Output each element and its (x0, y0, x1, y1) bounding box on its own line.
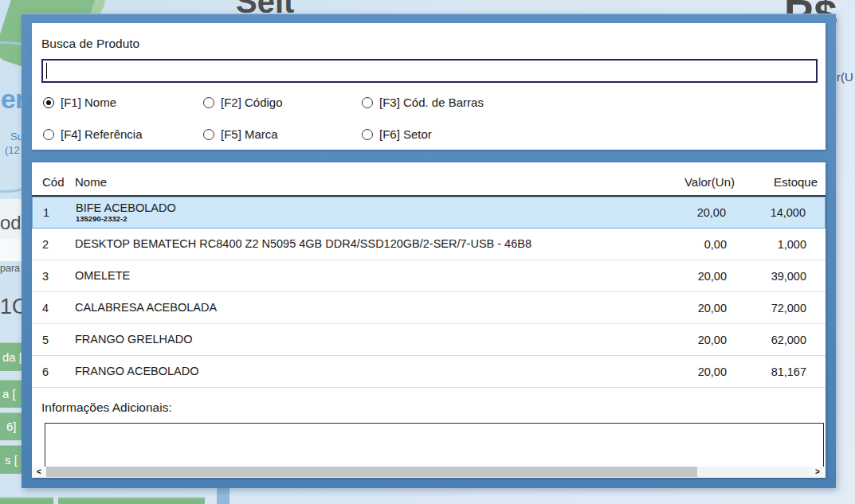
radio-f3-cod-barras[interactable]: [F3] Cód. de Barras (362, 96, 484, 109)
background-text-12: (12 (5, 144, 20, 156)
product-name: OMELETE (75, 269, 130, 282)
radio-f5-marca[interactable]: [F5] Marca (203, 127, 278, 141)
product-search-dialog: Busca de Produto [F1] Nome [F2] Código [… (22, 14, 836, 488)
product-name: FRANGO ACEBOLADO (75, 365, 199, 377)
bottom-button-left[interactable] (0, 497, 53, 504)
column-header-cod: Cód (32, 175, 75, 189)
horizontal-scrollbar[interactable]: < > (32, 467, 826, 477)
screen: Selt R$ r(U er Su (12 odu para l 1O da [… (0, 0, 855, 504)
radio-f4-referencia[interactable]: [F4] Referência (43, 127, 143, 141)
table-row[interactable]: 6 FRANGO ACEBOLADO 20,00 81,167 (32, 356, 826, 388)
table-row[interactable]: 5 FRANGO GRELHADO 20,00 62,000 (32, 324, 826, 356)
radio-f2-codigo[interactable]: [F2] Código (203, 96, 283, 109)
background-right-text-fragment: r(U (837, 70, 853, 84)
table-row[interactable]: 2 DESKTOP BEMATECH RC8400 Z2 N5095 4GB D… (32, 229, 826, 260)
search-input[interactable] (41, 59, 818, 83)
product-name: FRANGO GRELHADO (75, 333, 192, 346)
table-row[interactable]: 4 CALABRESA ACEBOLADA 20,00 72,000 (32, 292, 826, 324)
scrollbar-thumb[interactable] (46, 467, 697, 477)
table-row[interactable]: 3 OMELETE 20,00 39,000 (32, 260, 826, 292)
search-panel: Busca de Produto [F1] Nome [F2] Código [… (32, 23, 826, 150)
background-column-divider (217, 488, 229, 504)
bottom-button-wide[interactable] (58, 497, 205, 504)
radio-icon (362, 129, 373, 140)
radio-icon (203, 97, 214, 108)
results-table: 1 BIFE ACEBOLADO 135290-2332-2 20,00 14,… (32, 197, 826, 388)
text-cursor (46, 63, 47, 79)
results-panel: Cód Nome Valor(Un) Estoque 1 BIFE ACEBOL… (32, 162, 826, 478)
column-header-valor: Valor(Un) (615, 175, 735, 189)
scrollbar-track[interactable] (697, 467, 810, 477)
radio-icon (362, 97, 373, 108)
table-row-selected[interactable]: 1 BIFE ACEBOLADO 135290-2332-2 20,00 14,… (32, 197, 826, 229)
radio-selected-icon (43, 97, 54, 108)
radio-icon (43, 129, 54, 140)
additional-info-label: Informações Adicionais: (41, 400, 172, 415)
column-header-nome: Nome (75, 175, 615, 189)
radio-f6-setor[interactable]: [F6] Setor (362, 127, 432, 141)
table-header: Cód Nome Valor(Un) Estoque (32, 175, 826, 189)
scroll-right-arrow-icon[interactable]: > (810, 467, 826, 477)
radio-f1-nome[interactable]: [F1] Nome (43, 96, 116, 109)
product-name: CALABRESA ACEBOLADA (75, 301, 217, 314)
radio-icon (203, 129, 214, 140)
product-name: DESKTOP BEMATECH RC8400 Z2 N5095 4GB DDR… (75, 237, 531, 250)
scroll-left-arrow-icon[interactable]: < (32, 467, 46, 477)
product-name: BIFE ACEBOLADO (76, 201, 176, 214)
product-barcode: 135290-2332-2 (76, 215, 614, 223)
column-header-estoque: Estoque (735, 175, 826, 189)
dialog-title: Busca de Produto (41, 37, 139, 51)
